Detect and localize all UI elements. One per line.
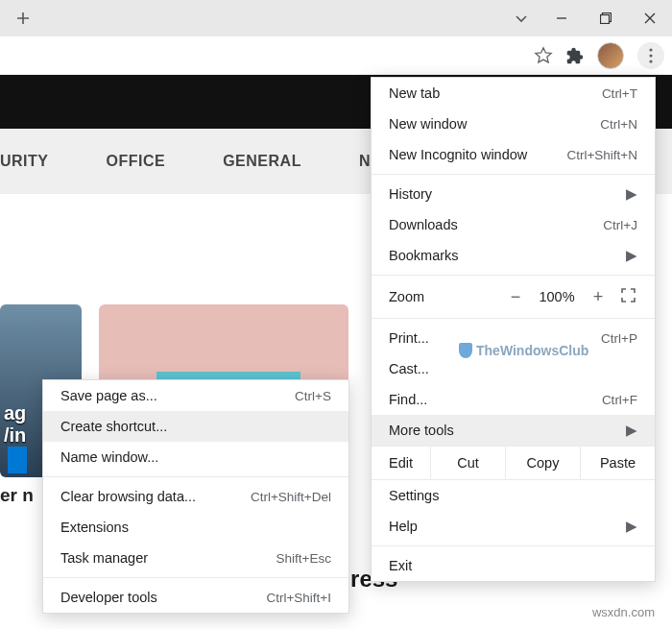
submenu-extensions[interactable]: Extensions — [43, 512, 348, 543]
submenu-arrow-icon: ▶ — [626, 248, 637, 263]
zoom-out-button[interactable]: − — [499, 287, 532, 307]
minimize-button[interactable] — [540, 0, 584, 36]
more-tools-submenu: Save page as...Ctrl+S Create shortcut...… — [42, 379, 349, 614]
edit-label: Edit — [372, 455, 430, 471]
card-text: ag — [4, 402, 26, 424]
bookmark-star-icon[interactable] — [534, 46, 553, 65]
svg-point-4 — [649, 60, 652, 62]
extensions-icon[interactable] — [566, 47, 584, 64]
submenu-developer-tools[interactable]: Developer toolsCtrl+Shift+I — [43, 582, 348, 613]
svg-point-3 — [649, 54, 652, 57]
svg-rect-1 — [601, 15, 610, 24]
watermark-logo: TheWindowsClub — [459, 343, 588, 358]
new-tab-button[interactable] — [10, 5, 36, 32]
edit-copy-button[interactable]: Copy — [505, 447, 580, 479]
menu-history[interactable]: History▶ — [372, 179, 655, 209]
zoom-in-button[interactable]: + — [582, 287, 614, 307]
more-menu-button[interactable] — [637, 42, 664, 69]
submenu-save-page[interactable]: Save page as...Ctrl+S — [43, 380, 348, 411]
menu-new-tab[interactable]: New tabCtrl+T — [372, 78, 655, 109]
menu-exit[interactable]: Exit — [372, 550, 655, 581]
card-text: /in — [4, 424, 26, 447]
nav-item[interactable]: GENERAL — [223, 153, 301, 170]
menu-zoom-row: Zoom − 100% + — [372, 279, 655, 314]
submenu-name-window[interactable]: Name window... — [43, 442, 348, 472]
chrome-main-menu: New tabCtrl+T New windowCtrl+N New Incog… — [371, 77, 656, 582]
submenu-clear-data[interactable]: Clear browsing data...Ctrl+Shift+Del — [43, 481, 348, 512]
nav-item[interactable]: OFFICE — [107, 153, 166, 170]
menu-find[interactable]: Find...Ctrl+F — [372, 384, 655, 415]
windows-icon — [8, 447, 27, 473]
maximize-button[interactable] — [584, 0, 628, 36]
submenu-create-shortcut[interactable]: Create shortcut... — [43, 411, 348, 442]
browser-toolbar — [0, 36, 672, 75]
submenu-task-manager[interactable]: Task managerShift+Esc — [43, 543, 348, 573]
close-button[interactable] — [628, 0, 672, 36]
menu-help[interactable]: Help▶ — [372, 511, 655, 542]
zoom-label: Zoom — [389, 289, 499, 304]
nav-item[interactable]: URITY — [0, 153, 49, 170]
menu-new-incognito[interactable]: New Incognito windowCtrl+Shift+N — [372, 139, 655, 170]
submenu-arrow-icon: ▶ — [626, 423, 637, 438]
article-title-partial: er n — [0, 477, 34, 506]
tab-dropdown-button[interactable] — [503, 0, 540, 36]
menu-bookmarks[interactable]: Bookmarks▶ — [372, 240, 655, 271]
submenu-arrow-icon: ▶ — [626, 519, 637, 534]
edit-cut-button[interactable]: Cut — [430, 447, 505, 479]
menu-downloads[interactable]: DownloadsCtrl+J — [372, 209, 655, 240]
submenu-arrow-icon: ▶ — [626, 186, 637, 202]
menu-edit-row: Edit Cut Copy Paste — [372, 446, 655, 480]
window-titlebar — [0, 0, 672, 36]
image-watermark: wsxdn.com — [592, 605, 655, 619]
fullscreen-button[interactable] — [614, 288, 641, 305]
menu-new-window[interactable]: New windowCtrl+N — [372, 109, 655, 139]
zoom-value: 100% — [532, 289, 582, 304]
profile-avatar[interactable] — [597, 42, 624, 69]
edit-paste-button[interactable]: Paste — [580, 447, 655, 479]
svg-point-2 — [649, 48, 652, 51]
menu-settings[interactable]: Settings — [372, 480, 655, 511]
menu-more-tools[interactable]: More tools▶ — [372, 415, 655, 446]
